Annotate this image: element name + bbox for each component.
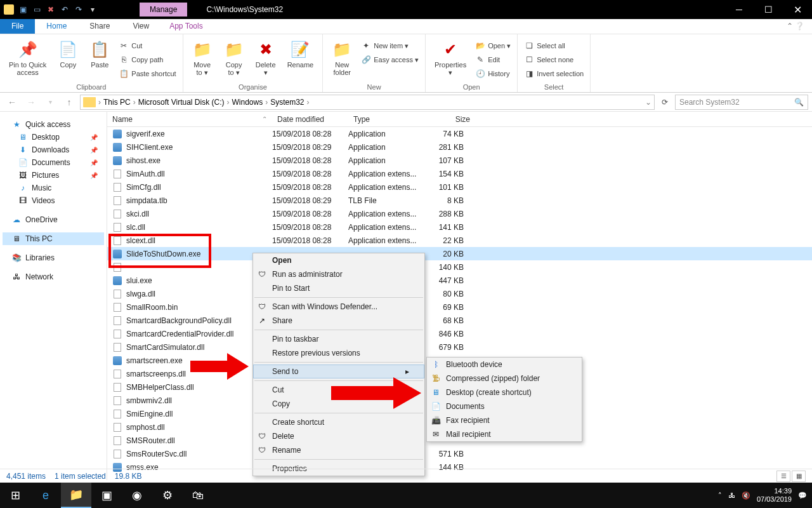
copy-button[interactable]: 📄Copy bbox=[55, 37, 81, 71]
sendto-mail[interactable]: ✉Mail recipient bbox=[427, 427, 582, 441]
breadcrumb[interactable]: › This PC› Microsoft Virtual Disk (C:)› … bbox=[80, 95, 655, 110]
tray-volume-icon[interactable]: 🔇 bbox=[742, 491, 750, 500]
ctx-scan-defender[interactable]: 🛡Scan with Windows Defender... bbox=[253, 300, 424, 314]
file-row[interactable]: SlideToShutDown.exe20 KB bbox=[107, 247, 812, 260]
manage-tab[interactable]: Manage bbox=[140, 3, 187, 17]
sidebar-onedrive[interactable]: ☁OneDrive bbox=[3, 213, 104, 226]
taskbar-terminal[interactable]: ▣ bbox=[91, 483, 122, 508]
tray-network-icon[interactable]: 🖧 bbox=[728, 491, 735, 499]
recent-dropdown[interactable]: ▾ bbox=[42, 95, 58, 110]
col-name[interactable]: Name⌃ bbox=[107, 115, 272, 124]
history-button[interactable]: 🕘History bbox=[475, 67, 511, 80]
tab-view[interactable]: View bbox=[121, 19, 160, 34]
copy-to-button[interactable]: 📁Copy to ▾ bbox=[221, 37, 247, 79]
qat-dropdown-icon[interactable]: ▾ bbox=[88, 4, 98, 15]
sendto-documents[interactable]: 📄Documents bbox=[427, 399, 582, 413]
file-row[interactable]: SmallRoom.bin69 KB bbox=[107, 300, 812, 314]
ctx-rename[interactable]: 🛡Rename bbox=[253, 443, 424, 457]
file-row[interactable]: slc.dll15/09/2018 08:28Application exten… bbox=[107, 220, 812, 234]
ribbon-collapse-icon[interactable]: ⌃ ❔ bbox=[779, 19, 812, 34]
ctx-cut[interactable]: Cut bbox=[253, 383, 424, 397]
taskbar-settings[interactable]: ⚙ bbox=[152, 483, 183, 508]
sidebar-network[interactable]: 🖧Network bbox=[3, 271, 104, 283]
address-dropdown-icon[interactable]: ⌄ bbox=[645, 98, 652, 107]
invert-selection-button[interactable]: ◨Invert selection bbox=[524, 67, 584, 80]
file-row[interactable]: SmartcardBackgroundPolicy.dll68 KB bbox=[107, 314, 812, 327]
file-row[interactable]: SmsRouterSvc.dll571 KB bbox=[107, 447, 812, 460]
ctx-delete[interactable]: 🛡Delete bbox=[253, 429, 424, 443]
crumb[interactable]: This PC bbox=[103, 98, 131, 107]
col-type[interactable]: Type bbox=[348, 115, 424, 124]
tab-file[interactable]: File bbox=[0, 19, 35, 34]
ctx-copy[interactable]: Copy bbox=[253, 397, 424, 411]
taskbar-edge[interactable]: e bbox=[30, 483, 61, 508]
taskbar-explorer[interactable]: 📁 bbox=[61, 483, 91, 508]
file-row[interactable]: slui.exe447 KB bbox=[107, 274, 812, 287]
tab-app-tools[interactable]: App Tools bbox=[160, 19, 211, 34]
file-row[interactable]: SimAuth.dll15/09/2018 08:28Application e… bbox=[107, 167, 812, 180]
minimize-button[interactable]: ─ bbox=[724, 0, 754, 19]
move-to-button[interactable]: 📁Move to ▾ bbox=[190, 37, 215, 79]
new-item-button[interactable]: ✦New item ▾ bbox=[361, 39, 419, 52]
file-row[interactable]: SIHClient.exe15/09/2018 08:29Application… bbox=[107, 140, 812, 154]
open-button[interactable]: 📂Open ▾ bbox=[475, 39, 511, 52]
ctx-pin-start[interactable]: Pin to Start bbox=[253, 281, 424, 295]
crumb[interactable]: Windows bbox=[232, 98, 263, 107]
back-button[interactable]: ← bbox=[4, 95, 20, 110]
sendto-fax[interactable]: 📠Fax recipient bbox=[427, 413, 582, 427]
file-row[interactable]: skci.dll15/09/2018 08:28Application exte… bbox=[107, 207, 812, 220]
file-row[interactable]: SimCfg.dll15/09/2018 08:28Application ex… bbox=[107, 180, 812, 194]
qat-undo-icon[interactable]: ↶ bbox=[60, 4, 70, 15]
sidebar-downloads[interactable]: ⬇Downloads📌 bbox=[3, 144, 104, 156]
ctx-send-to[interactable]: Send to▸ bbox=[253, 364, 424, 378]
sendto-desktop-shortcut[interactable]: 🖥Desktop (create shortcut) bbox=[427, 385, 582, 399]
paste-button[interactable]: 📋Paste bbox=[87, 37, 112, 71]
col-size[interactable]: Size bbox=[424, 115, 475, 124]
taskbar-app[interactable]: ◉ bbox=[122, 483, 152, 508]
sendto-bluetooth[interactable]: ᛒBluetooth device bbox=[427, 358, 582, 371]
tray-clock[interactable]: 14:3907/03/2019 bbox=[757, 487, 792, 504]
file-row[interactable]: slwga.dll80 KB bbox=[107, 287, 812, 300]
sidebar-libraries[interactable]: 📚Libraries bbox=[3, 251, 104, 264]
search-input[interactable]: Search System32 🔍 bbox=[675, 95, 808, 110]
qat-save-icon[interactable]: ▣ bbox=[18, 4, 28, 15]
forward-button[interactable]: → bbox=[23, 95, 39, 110]
col-date[interactable]: Date modified bbox=[272, 115, 348, 124]
cut-button[interactable]: ✂Cut bbox=[119, 39, 176, 52]
edit-button[interactable]: ✎Edit bbox=[475, 53, 511, 66]
system-tray[interactable]: ˄ 🖧 🔇 14:3907/03/2019 💬 bbox=[718, 487, 812, 504]
new-folder-button[interactable]: 📁New folder bbox=[329, 37, 355, 79]
select-none-button[interactable]: ☐Select none bbox=[524, 53, 584, 66]
file-row[interactable]: SmartcardCredentialProvider.dll846 KB bbox=[107, 327, 812, 340]
sidebar-desktop[interactable]: 🖥Desktop📌 bbox=[3, 131, 104, 144]
qat-icon[interactable]: ▭ bbox=[32, 4, 42, 15]
file-row[interactable]: simpdata.tlb15/09/2018 08:29TLB File8 KB bbox=[107, 194, 812, 207]
ctx-share[interactable]: ↗Share bbox=[253, 314, 424, 328]
file-row[interactable]: SmartCardSimulator.dll679 KB bbox=[107, 340, 812, 354]
view-details-button[interactable]: ☰ bbox=[776, 471, 790, 482]
tray-notifications-icon[interactable]: 💬 bbox=[798, 491, 807, 500]
sidebar-pictures[interactable]: 🖼Pictures📌 bbox=[3, 169, 104, 182]
close-button[interactable]: ✕ bbox=[783, 0, 812, 19]
copy-path-button[interactable]: ⎘Copy path bbox=[119, 53, 176, 66]
easy-access-button[interactable]: 🔗Easy access ▾ bbox=[361, 53, 419, 66]
ctx-restore-versions[interactable]: Restore previous versions bbox=[253, 346, 424, 360]
select-all-button[interactable]: ❏Select all bbox=[524, 39, 584, 52]
rename-button[interactable]: 📝Rename bbox=[285, 37, 317, 71]
delete-button[interactable]: ✖Delete ▾ bbox=[253, 37, 278, 79]
ctx-create-shortcut[interactable]: Create shortcut bbox=[253, 415, 424, 429]
file-row[interactable]: sigverif.exe15/09/2018 08:28Application7… bbox=[107, 127, 812, 140]
file-row[interactable]: slcext.dll15/09/2018 08:28Application ex… bbox=[107, 234, 812, 247]
tray-up-icon[interactable]: ˄ bbox=[718, 491, 722, 500]
sidebar-videos[interactable]: 🎞Videos bbox=[3, 194, 104, 207]
ctx-run-as-admin[interactable]: 🛡Run as administrator bbox=[253, 267, 424, 281]
maximize-button[interactable]: ☐ bbox=[754, 0, 783, 19]
crumb[interactable]: Microsoft Virtual Disk (C:) bbox=[138, 98, 225, 107]
refresh-button[interactable]: ⟳ bbox=[657, 98, 672, 107]
column-headers[interactable]: Name⌃ Date modified Type Size bbox=[107, 112, 812, 127]
tab-share[interactable]: Share bbox=[78, 19, 121, 34]
ctx-pin-taskbar[interactable]: Pin to taskbar bbox=[253, 332, 424, 346]
sidebar-music[interactable]: ♪Music bbox=[3, 182, 104, 194]
taskbar-store[interactable]: 🛍 bbox=[183, 483, 213, 508]
start-button[interactable]: ⊞ bbox=[0, 483, 30, 508]
